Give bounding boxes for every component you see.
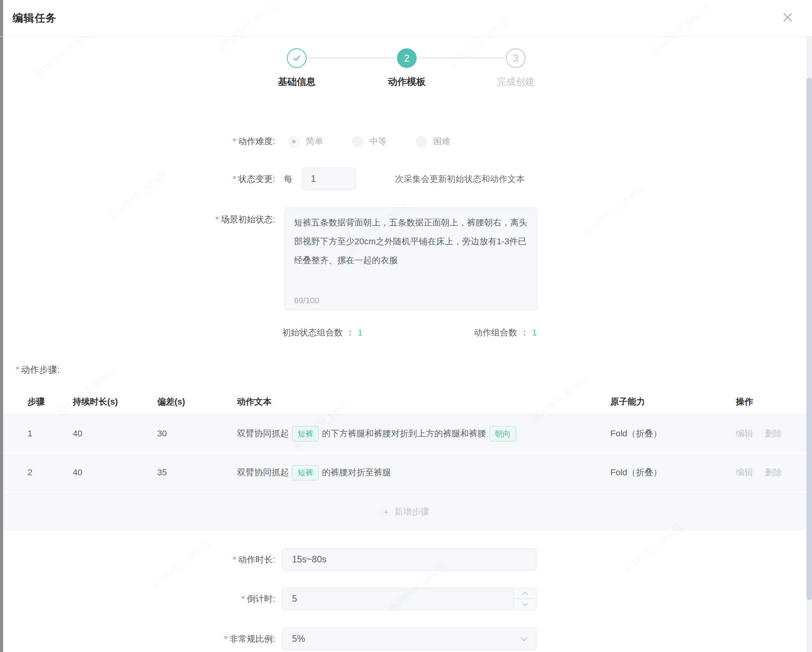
label-text: 非常规比例: [230, 634, 275, 644]
steps-table-body: 14030双臂协同抓起短裤的下方裤腿和裤腰对折到上方的裤腿和裤腰朝向Fold（折… [0, 414, 812, 491]
required-marker: * [233, 555, 236, 564]
deviation-cell: 35 [157, 467, 237, 478]
edit-link[interactable]: 编辑 [736, 428, 753, 440]
dialog-title: 编辑任务 [13, 11, 57, 25]
select-chevron-down-icon [520, 636, 528, 642]
action-text: 的裤腰对折至裤腿 [322, 467, 391, 478]
radio-label: 困难 [433, 136, 450, 147]
action-text-cell: 双臂协同抓起短裤的下方裤腿和裤腰对折到上方的裤腿和裤腰朝向 [237, 426, 610, 441]
initial-state-label: *场景初始状态: [0, 207, 275, 225]
radio-circle [352, 136, 363, 147]
table-header: 步骤 持续时长(s) 偏差(s) 动作文本 原子能力 操作 [0, 389, 812, 414]
state-change-input[interactable]: 1 [302, 168, 356, 190]
ability-cell: Fold（折叠） [610, 428, 736, 440]
scrollbar-track[interactable] [806, 37, 812, 652]
textarea-value: 短裤五条数据背面朝上，五条数据正面朝上，裤腰朝右，离头部视野下方至少20cm之外… [294, 213, 528, 270]
countdown-label: *倒计时: [0, 593, 275, 605]
object-tag: 朝向 [489, 426, 516, 441]
radio-circle [288, 136, 299, 147]
table-row: 24035双臂协同抓起短裤的裤腰对折至裤腿Fold（折叠）编辑删除 [0, 452, 812, 491]
radio-hard[interactable]: 困难 [416, 136, 450, 147]
duration-input[interactable]: 15s~80s [282, 548, 536, 571]
required-marker: * [233, 174, 236, 184]
step-1-label: 基础信息 [250, 75, 344, 88]
initial-state-textarea[interactable]: 短裤五条数据背面朝上，五条数据正面朝上，裤腰朝右，离头部视野下方至少20cm之外… [285, 207, 537, 310]
header-operations: 操作 [736, 396, 812, 408]
spinner-up-button[interactable] [514, 588, 536, 599]
unusual-ratio-select[interactable]: 5% [282, 628, 536, 650]
delete-link[interactable]: 删除 [765, 428, 782, 440]
step-2-circle: 2 [397, 48, 417, 68]
action-combo-value: 1 [532, 328, 537, 337]
required-marker: * [224, 634, 228, 644]
object-tag: 短裤 [292, 426, 319, 441]
header-deviation: 偏差(s) [157, 396, 237, 408]
ability-cell: Fold（折叠） [610, 467, 736, 478]
radio-label: 中等 [369, 136, 387, 147]
row-actions: 编辑删除 [736, 428, 812, 440]
label-text: 动作难度: [238, 136, 275, 146]
close-button[interactable] [779, 9, 796, 26]
dialog-header: 编辑任务 [0, 0, 812, 37]
countdown-input[interactable]: 5 [282, 588, 536, 610]
action-combo-label: 动作组合数 [474, 328, 517, 337]
edit-link[interactable]: 编辑 [736, 467, 753, 478]
difficulty-row: *动作难度: 简单 中等 困难 [0, 136, 812, 147]
separator: ： [346, 328, 355, 337]
chevron-up-icon [522, 592, 528, 595]
duration-label: *动作时长: [0, 554, 275, 566]
label-text: 动作步骤: [21, 364, 60, 376]
combos: 初始状态组合数：1 动作组合数：1 [282, 327, 537, 339]
difficulty-label: *动作难度: [0, 136, 275, 147]
label-text: 动作时长: [238, 555, 275, 564]
input-value: 15s~80s [292, 554, 327, 565]
action-text-cell: 双臂协同抓起短裤的裤腰对折至裤腿 [237, 465, 610, 480]
deviation-cell: 30 [157, 429, 237, 439]
initial-combo: 初始状态组合数：1 [282, 327, 362, 339]
initial-state-row: *场景初始状态: 短裤五条数据背面朝上，五条数据正面朝上，裤腰朝右，离头部视野下… [0, 207, 812, 310]
chevron-down-icon [522, 603, 528, 606]
action-steps-section-label: * 动作步骤: [16, 363, 812, 376]
step-3-circle: 3 [506, 48, 525, 68]
unusual-ratio-row: *非常规比例: 5% [0, 628, 812, 650]
object-tag: 短裤 [292, 465, 319, 480]
required-marker: * [241, 594, 245, 604]
spinner-down-button[interactable] [514, 599, 536, 610]
unusual-ratio-label: *非常规比例: [0, 633, 275, 645]
action-text: 双臂协同抓起 [237, 428, 289, 440]
state-change-prefix: 每 [284, 173, 292, 185]
step-number: 2 [404, 53, 410, 64]
step-2-label: 动作模板 [360, 75, 454, 88]
radio-circle [416, 136, 426, 147]
step-number: 3 [513, 53, 518, 64]
duration-row: *动作时长: 15s~80s [0, 548, 812, 571]
header-duration: 持续时长(s) [73, 396, 157, 408]
radio-label: 简单 [306, 136, 323, 147]
step-cell: 2 [28, 467, 73, 478]
row-actions: 编辑删除 [736, 467, 812, 478]
action-steps-table: 步骤 持续时长(s) 偏差(s) 动作文本 原子能力 操作 14030双臂协同抓… [0, 389, 812, 531]
plus-icon: + [383, 507, 389, 517]
countdown-row: *倒计时: 5 [0, 588, 812, 610]
step-connector [417, 57, 505, 59]
duration-cell: 40 [73, 467, 157, 478]
required-marker: * [233, 136, 236, 146]
header-action-text: 动作文本 [237, 396, 610, 408]
header-ability: 原子能力 [610, 396, 736, 408]
char-counter: 69/100 [294, 296, 319, 305]
input-value: 1 [311, 174, 316, 184]
step-3-label: 完成创建 [468, 75, 563, 88]
step-1-circle [287, 48, 307, 68]
radio-medium[interactable]: 中等 [352, 136, 387, 147]
header-step: 步骤 [28, 396, 73, 408]
action-combo: 动作组合数：1 [474, 327, 537, 339]
add-step-button[interactable]: + 新增步骤 [0, 491, 812, 531]
duration-cell: 40 [73, 429, 157, 439]
input-value: 5 [292, 593, 297, 604]
radio-easy[interactable]: 简单 [288, 136, 323, 147]
state-change-row: *状态变更: 每 1 次采集会更新初始状态和动作文本 [0, 168, 812, 190]
delete-link[interactable]: 删除 [765, 467, 782, 478]
step-wizard: 2 3 基础信息 动作模板 完成创建 [0, 37, 812, 127]
scrollbar-thumb[interactable] [806, 78, 812, 600]
close-icon [782, 11, 794, 23]
